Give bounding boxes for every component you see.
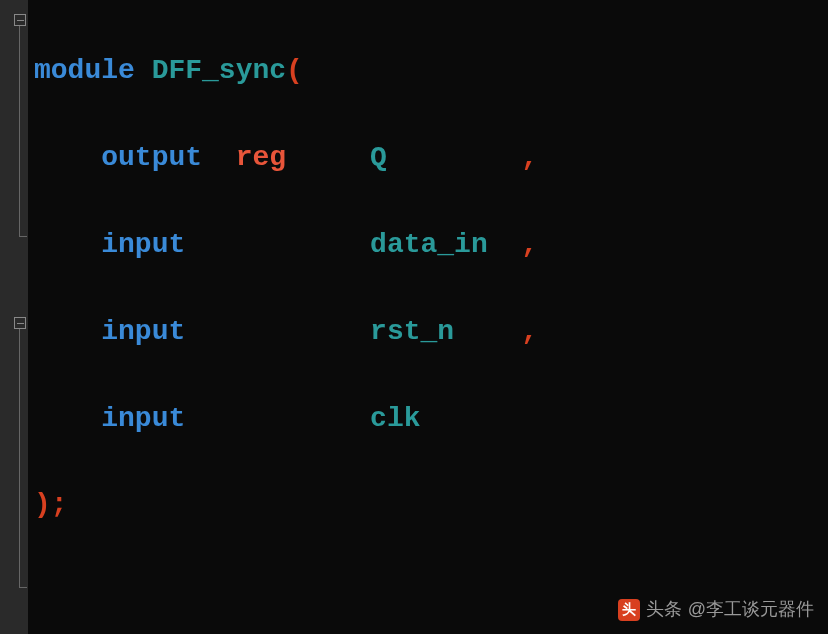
code-line: ); — [34, 483, 538, 526]
signal-name: Q — [370, 142, 387, 173]
module-name: DFF_sync — [152, 55, 286, 86]
fold-end-icon — [19, 236, 27, 237]
keyword-module: module — [34, 55, 135, 86]
watermark-handle: @李工谈元器件 — [688, 596, 814, 624]
keyword-output: output — [101, 142, 202, 173]
paren-open: ( — [286, 55, 303, 86]
comma: , — [521, 229, 538, 260]
code-gutter — [0, 0, 28, 634]
signal-name: clk — [370, 403, 420, 434]
code-line: output reg Q , — [34, 136, 538, 179]
keyword-input: input — [101, 316, 185, 347]
fold-end-icon — [19, 587, 27, 588]
fold-marker-icon[interactable] — [14, 317, 26, 329]
semicolon: ; — [51, 489, 68, 520]
comma: , — [521, 142, 538, 173]
code-line: input data_in , — [34, 223, 538, 266]
fold-marker-icon[interactable] — [14, 14, 26, 26]
keyword-reg: reg — [236, 142, 286, 173]
fold-line — [19, 329, 20, 587]
fold-line — [19, 26, 20, 236]
keyword-input: input — [101, 403, 185, 434]
keyword-input: input — [101, 229, 185, 260]
watermark-icon: 头 — [618, 599, 640, 621]
code-editor[interactable]: module DFF_sync( output reg Q , input da… — [34, 6, 538, 634]
paren-close: ) — [34, 489, 51, 520]
code-line: input clk — [34, 397, 538, 440]
signal-name: rst_n — [370, 316, 454, 347]
watermark: 头 头条 @李工谈元器件 — [618, 596, 814, 624]
watermark-label: 头条 — [646, 596, 682, 624]
signal-name: data_in — [370, 229, 488, 260]
comma: , — [521, 316, 538, 347]
code-line: module DFF_sync( — [34, 49, 538, 92]
code-line — [34, 570, 538, 613]
code-line: input rst_n , — [34, 310, 538, 353]
